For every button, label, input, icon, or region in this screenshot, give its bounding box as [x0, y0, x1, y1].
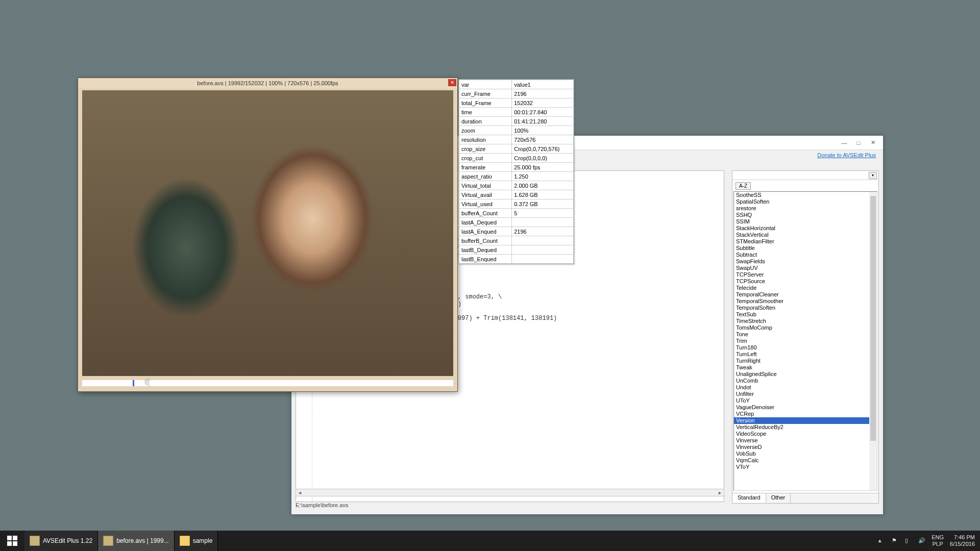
function-item[interactable]: SwapFields [734, 258, 877, 265]
windows-logo-icon [7, 536, 17, 546]
function-item[interactable]: TemporalSoften [734, 305, 877, 311]
function-item[interactable]: Unfilter [734, 391, 877, 397]
clock-time: 7:46 PM [950, 534, 975, 541]
function-item[interactable]: TurnLeft [734, 351, 877, 358]
info-value: 01:41:21.280 [512, 117, 574, 126]
scroll-left-icon[interactable]: ◄ [296, 490, 304, 495]
function-item[interactable]: StackHorizontal [734, 225, 877, 232]
function-item[interactable]: VToY [734, 464, 877, 470]
function-item[interactable]: VinverseD [734, 444, 877, 450]
function-item[interactable]: VqmCalc [734, 457, 877, 464]
close-button[interactable]: ✕ [866, 138, 880, 148]
info-row: total_Frame152032 [459, 98, 574, 108]
preview-titlebar[interactable]: before.avs | 19992/152032 | 100% | 720x5… [78, 78, 457, 88]
donate-link[interactable]: Donate to AVSEdit Plus [817, 152, 876, 158]
start-button[interactable] [0, 531, 24, 551]
function-item[interactable]: VagueDenoiser [734, 404, 877, 411]
function-item[interactable]: Undot [734, 384, 877, 391]
function-item[interactable]: STMedianFilter [734, 238, 877, 245]
function-item[interactable]: TCPSource [734, 278, 877, 285]
function-item[interactable]: Trim [734, 338, 877, 344]
function-item[interactable]: UnalignedSplice [734, 371, 877, 378]
function-item[interactable]: UToY [734, 397, 877, 404]
function-item[interactable]: VobSub [734, 450, 877, 457]
info-row: framerate25.000 fps [459, 163, 574, 172]
seek-bar[interactable] [82, 380, 453, 386]
function-item[interactable]: TurnRight [734, 358, 877, 364]
function-item[interactable]: Telecide [734, 285, 877, 291]
function-item[interactable]: Tone [734, 331, 877, 338]
function-dropdown-icon[interactable]: ▾ [869, 172, 877, 179]
info-row: lastA_Dequed [459, 218, 574, 227]
function-item[interactable]: Turn180 [734, 344, 877, 351]
tab-other[interactable]: Other [766, 493, 791, 503]
function-item[interactable]: TCPServer [734, 271, 877, 278]
function-item[interactable]: UnComb [734, 378, 877, 384]
info-row: bufferA_Count5 [459, 209, 574, 218]
taskbar-item[interactable]: AVSEdit Plus 1.22 [24, 531, 98, 551]
info-key: curr_Frame [459, 89, 512, 98]
security-icon[interactable]: ⚑ [892, 537, 899, 544]
info-key: aspect_ratio [459, 172, 512, 181]
function-item[interactable]: Vinverse [734, 437, 877, 444]
function-item[interactable]: VerticalReduceBy2 [734, 424, 877, 431]
function-item[interactable]: Subtract [734, 252, 877, 258]
tab-standard[interactable]: Standard [732, 493, 766, 503]
scroll-right-icon[interactable]: ► [716, 490, 724, 495]
function-item[interactable]: SSIM [734, 218, 877, 225]
function-item[interactable]: Version [734, 417, 877, 424]
task-label: before.avs | 1999... [116, 537, 169, 544]
language-indicator[interactable]: ENG PLP [932, 534, 944, 547]
info-value: 720x576 [512, 135, 574, 144]
video-area[interactable] [82, 90, 453, 376]
video-info-table: var value1 curr_Frame2196total_Frame1520… [458, 79, 574, 264]
function-item[interactable]: Tweak [734, 364, 877, 371]
info-value: Crop(0,0,0,0) [512, 154, 574, 163]
info-key: duration [459, 117, 512, 126]
info-value: 2196 [512, 89, 574, 98]
taskbar-item[interactable]: sample [175, 531, 218, 551]
function-item[interactable]: SpatialSoften [734, 198, 877, 205]
scrollbar-thumb[interactable] [870, 196, 876, 441]
tray-up-icon[interactable]: ▴ [878, 537, 886, 544]
info-value: 25.000 fps [512, 163, 574, 172]
function-item[interactable]: TextSub [734, 311, 877, 318]
preview-window: before.avs | 19992/152032 | 100% | 720x5… [78, 78, 458, 392]
clock[interactable]: 7:46 PM 6/15/2016 [950, 534, 975, 547]
clock-date: 6/15/2016 [950, 541, 975, 547]
sort-az-button[interactable]: A-Z [736, 182, 751, 190]
function-panel: ▾ A-Z SootheSSSpatialSoftensrestoreSSHQS… [732, 170, 879, 504]
info-row: curr_Frame2196 [459, 89, 574, 98]
function-item[interactable]: Subtitle [734, 245, 877, 252]
maximize-button[interactable]: □ [851, 138, 866, 148]
function-item[interactable]: TemporalSmoother [734, 298, 877, 305]
volume-icon[interactable]: 🔊 [918, 537, 925, 544]
info-key: lastA_Enqued [459, 227, 512, 236]
function-item[interactable]: VideoScope [734, 431, 877, 437]
info-value: 0.372 GB [512, 199, 574, 209]
function-item[interactable]: TomsMoComp [734, 324, 877, 331]
function-item[interactable]: VCRep [734, 411, 877, 417]
code-horizontal-scrollbar[interactable]: ◄ ► [296, 489, 724, 496]
function-list[interactable]: SootheSSSpatialSoftensrestoreSSHQSSIMSta… [733, 191, 877, 491]
info-value: 152032 [512, 98, 574, 108]
minimize-button[interactable]: — [837, 138, 851, 148]
function-item[interactable]: SSHQ [734, 212, 877, 218]
function-item[interactable]: SwapUV [734, 265, 877, 271]
function-item[interactable]: SootheSS [734, 192, 877, 198]
info-row: crop_sizeCrop(0,0,720,576) [459, 144, 574, 154]
info-key: total_Frame [459, 98, 512, 108]
network-icon[interactable]: ▯ [905, 537, 912, 544]
function-item[interactable]: TimeStretch [734, 318, 877, 324]
info-value [512, 236, 574, 245]
function-item[interactable]: srestore [734, 205, 877, 212]
svg-rect-0 [7, 536, 12, 540]
function-item[interactable]: TemporalCleaner [734, 291, 877, 298]
info-header-value: value1 [512, 80, 574, 89]
taskbar-item[interactable]: before.avs | 1999... [98, 531, 175, 551]
info-row: crop_cutCrop(0,0,0,0) [459, 154, 574, 163]
info-value: 1.628 GB [512, 190, 574, 199]
preview-close-button[interactable]: ✕ [448, 79, 456, 86]
function-list-scrollbar[interactable] [869, 192, 877, 490]
function-item[interactable]: StackVertical [734, 232, 877, 238]
